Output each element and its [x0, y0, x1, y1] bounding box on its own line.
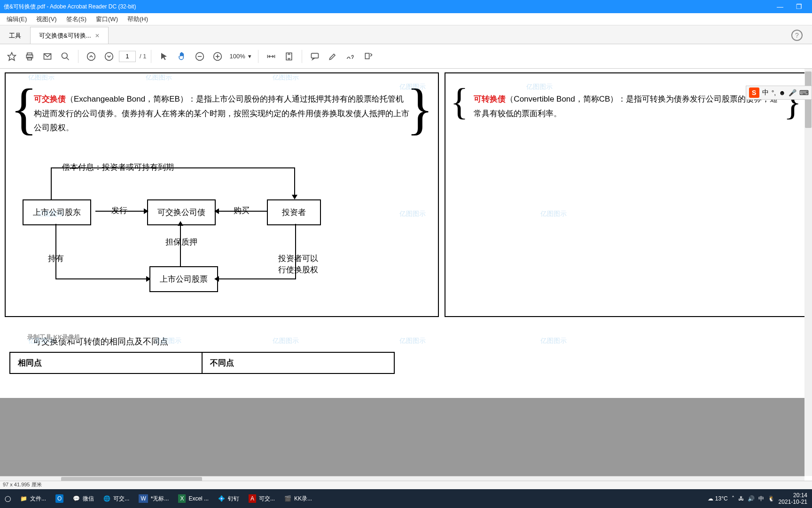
cb-definition-card: { } 可转换债（Convertible Bond，简称CB）：是指可转换为债券…	[445, 72, 807, 317]
section-compare-title: 可交换债和可转债的相同点及不同点	[5, 336, 807, 347]
tray-time[interactable]: 20:14	[779, 492, 807, 499]
recorder-overlay-text: 录制工具 KK录像机	[27, 333, 80, 341]
search-icon[interactable]	[57, 48, 73, 64]
taskbar-word[interactable]: W *无标...	[134, 489, 173, 508]
tab-tools[interactable]: 工具	[0, 27, 30, 44]
page-current-input[interactable]	[119, 51, 136, 62]
tray-weather[interactable]: ☁ 13°C	[708, 495, 727, 502]
tab-document[interactable]: 可交换债&可转换... ✕	[30, 27, 109, 44]
menu-view[interactable]: 视图(V)	[31, 15, 61, 24]
taskbar-dingtalk[interactable]: 💠 钉钉	[213, 489, 244, 508]
svg-marker-0	[8, 52, 16, 60]
eb-definition-card: { } 可交换债（Exchangeable Bond，简称EB）：是指上市公司股…	[5, 72, 439, 317]
window-titlebar: 债&可转换债.pdf - Adobe Acrobat Reader DC (32…	[0, 0, 812, 13]
svg-point-8	[105, 52, 113, 60]
fit-page-icon[interactable]	[281, 48, 297, 64]
document-viewport[interactable]: { } 可交换债（Exchangeable Bond，简称EB）：是指上市公司股…	[0, 69, 812, 476]
tray-volume-icon[interactable]: 🔊	[748, 495, 755, 502]
ime-keyboard-icon[interactable]: ⌨	[799, 89, 809, 96]
menu-window[interactable]: 窗口(W)	[91, 15, 123, 24]
maximize-button[interactable]: ❐	[789, 3, 808, 10]
taskbar: ◯ 📁 文件... O 💬 微信 🌐 可交... W *无标... X Exce…	[0, 489, 812, 508]
hand-tool-icon[interactable]	[174, 48, 190, 64]
eb-definition-text: 可交换债（Exchangeable Bond，简称EB）：是指上市公司股份的持有…	[34, 92, 410, 135]
sogou-logo-icon: S	[749, 87, 759, 98]
tray-ime[interactable]: 中	[758, 495, 764, 503]
menu-help[interactable]: 帮助(H)	[123, 15, 153, 24]
close-tab-icon[interactable]: ✕	[95, 32, 100, 39]
star-icon[interactable]	[4, 48, 20, 64]
svg-line-6	[67, 57, 69, 60]
taskbar-kk-recorder[interactable]: 🎬 KK录...	[280, 489, 317, 508]
status-page-size: 97 x 41.995 厘米	[3, 482, 42, 487]
flow-label-pledge: 担保质押	[164, 237, 199, 247]
cb-definition-text: 可转换债（Convertible Bond，简称CB）：是指可转换为债券发行公司…	[474, 92, 778, 121]
zoom-select[interactable]: 100%▾	[227, 53, 253, 60]
page-total: / 1	[140, 53, 146, 60]
page-up-icon[interactable]	[83, 48, 99, 64]
zoom-in-icon[interactable]	[210, 48, 226, 64]
menu-sign[interactable]: 签名(S)	[62, 15, 91, 24]
taskbar-outlook[interactable]: O	[51, 489, 68, 508]
status-bar: 97 x 41.995 厘米	[0, 481, 812, 489]
flow-box-shareholder: 上市公司股东	[23, 199, 91, 225]
chevron-down-icon: ▾	[248, 53, 251, 60]
flow-box-investor: 投资者	[267, 199, 321, 225]
svg-rect-16	[365, 53, 369, 59]
tray-network-icon[interactable]: 🖧	[738, 495, 744, 502]
taskbar-wechat[interactable]: 💬 微信	[68, 489, 99, 508]
compare-col-same: 相同点	[10, 353, 203, 373]
compare-col-diff: 不同点	[203, 353, 394, 373]
print-icon[interactable]	[22, 48, 38, 64]
pdf-page: { } 可交换债（Exchangeable Bond，简称EB）：是指上市公司股…	[0, 69, 812, 398]
ime-lang[interactable]: 中	[762, 88, 769, 97]
taskbar-acrobat[interactable]: A 可交...	[244, 489, 280, 508]
tray-qq-icon[interactable]: 🐧	[768, 495, 775, 502]
ime-emoji-icon[interactable]: ☻	[779, 89, 786, 96]
taskbar-chrome[interactable]: 🌐 可交...	[99, 489, 134, 508]
menubar: 编辑(E) 视图(V) 签名(S) 窗口(W) 帮助(H)	[0, 13, 812, 25]
svg-point-7	[87, 52, 95, 60]
flow-label-right2: 行使换股权	[276, 264, 320, 275]
system-tray: ☁ 13°C ˄ 🖧 🔊 中 🐧 20:14 2021-10-21	[703, 492, 812, 506]
sign-icon[interactable]	[343, 48, 359, 64]
eb-flow-diagram: 偿本付息：投资者或可持有到期 上市公司股东 可交换公司债 投资者 发行 购买	[23, 164, 421, 300]
more-tools-icon[interactable]	[360, 48, 376, 64]
toolbar: / 1 100%▾	[0, 44, 812, 69]
svg-point-5	[62, 53, 68, 58]
highlight-icon[interactable]	[325, 48, 341, 64]
comment-icon[interactable]	[307, 48, 323, 64]
taskbar-start[interactable]: ◯	[0, 489, 16, 508]
window-title: 债&可转换债.pdf - Adobe Acrobat Reader DC (32…	[4, 3, 771, 11]
svg-rect-15	[311, 53, 318, 58]
ime-toolbar[interactable]: S 中 °, ☻ 🎤 ⌨	[746, 86, 812, 100]
page-navigation: / 1	[119, 51, 146, 62]
email-icon[interactable]	[39, 48, 55, 64]
flow-box-stock: 上市公司股票	[149, 266, 218, 292]
vertical-scrollbar[interactable]	[804, 69, 812, 476]
taskbar-excel[interactable]: X Excel ...	[173, 489, 213, 508]
taskbar-explorer[interactable]: 📁 文件...	[16, 489, 51, 508]
tab-document-label: 可交换债&可转换...	[39, 32, 91, 40]
select-tool-icon[interactable]	[156, 48, 172, 64]
ime-voice-icon[interactable]: 🎤	[789, 89, 796, 96]
tray-date[interactable]: 2021-10-21	[779, 499, 807, 505]
fit-width-icon[interactable]	[263, 48, 279, 64]
help-icon[interactable]: ?	[791, 30, 803, 41]
flow-label-right1: 投资者可以	[276, 253, 320, 264]
tray-chevron-up-icon[interactable]: ˄	[732, 495, 734, 502]
compare-table: 相同点 不同点	[9, 352, 395, 374]
minimize-button[interactable]: —	[771, 3, 789, 10]
menu-edit[interactable]: 编辑(E)	[2, 15, 31, 24]
ime-punct-icon[interactable]: °,	[772, 89, 776, 96]
tab-bar: 工具 可交换债&可转换... ✕ ?	[0, 25, 812, 44]
page-down-icon[interactable]	[101, 48, 117, 64]
zoom-out-icon[interactable]	[192, 48, 208, 64]
